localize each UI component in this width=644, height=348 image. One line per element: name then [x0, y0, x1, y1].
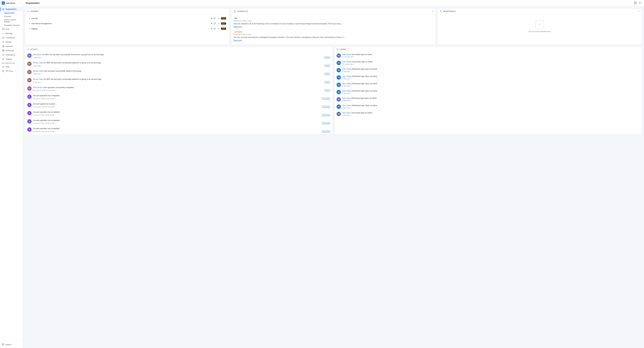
activity-info-icon-7[interactable]: ℹ: [55, 114, 56, 116]
activity-info-icon-0[interactable]: ℹ: [42, 57, 42, 59]
starred-item-0[interactable]: ★ security 💬 ⊕ AWS: [27, 16, 227, 21]
activity-user-link-2[interactable]: Rowan Udell: [33, 70, 43, 72]
sidebar-item-organization[interactable]: Organization: [0, 7, 23, 11]
sidebar-item-help[interactable]: ? Help: [0, 65, 23, 69]
activity-user-link-4[interactable]: Chris Brown: [33, 87, 43, 88]
activity-user-link-0[interactable]: Stax Demo: [33, 54, 42, 56]
login-time-0: 17 minutes ago: [342, 56, 353, 58]
changelog-card-header: 📋 CHANGELOG ↗: [232, 9, 436, 14]
chat-icon-0[interactable]: 💬: [213, 17, 216, 20]
login-content-8: Stax Demo Successful login as Admin 3 da…: [342, 112, 640, 116]
activity-info-icon-1[interactable]: ℹ: [42, 65, 42, 67]
login-text-6: Stax Demo Refreshed login token as Admin: [342, 97, 640, 99]
activity-tag-2[interactable]: Users: [324, 73, 330, 75]
activity-tag-1[interactable]: Users: [324, 65, 330, 67]
starred-item-1[interactable]: ★ stax-demo-management 💬 ⊕ AWS: [27, 21, 227, 26]
link-icon-1[interactable]: ⊕: [217, 22, 220, 25]
login-info-icon-1[interactable]: ℹ: [354, 63, 354, 65]
login-user-link-0[interactable]: Stax Demo: [342, 54, 351, 56]
activity-info-icon-9[interactable]: ℹ: [55, 130, 56, 132]
sidebar-item-organization-label: Organization: [6, 8, 16, 10]
changelog-read-more-0[interactable]: Read more: [234, 26, 434, 28]
activity-tag-3[interactable]: Users: [324, 81, 330, 83]
sidebar-item-notifications[interactable]: Notifications: [0, 53, 23, 57]
sidebar-item-cost[interactable]: Cost: [0, 27, 23, 31]
aws-badge-2[interactable]: AWS: [221, 28, 226, 30]
sidebar-sub-item-scp[interactable]: Service Control Policies: [0, 18, 23, 24]
login-info-icon-8[interactable]: ℹ: [351, 114, 351, 116]
sidebar-item-networks[interactable]: Networks: [0, 44, 23, 49]
changelog-external-link[interactable]: ↗: [432, 10, 434, 13]
activity-info-icon-3[interactable]: ℹ: [42, 81, 42, 83]
login-meta-4: 3 days ago ℹ: [342, 85, 640, 87]
login-time-6: 3 days ago: [342, 100, 350, 101]
login-user-link-1[interactable]: Sam Harley: [342, 61, 352, 63]
sidebar: S stax-demo ‹ Organization Organization …: [0, 0, 23, 348]
maintenance-external-link[interactable]: ↗: [638, 10, 640, 13]
link-icon-2[interactable]: ⊕: [217, 27, 220, 30]
starred-title: STARRED: [30, 11, 38, 12]
login-info-icon-5[interactable]: ℹ: [351, 92, 351, 94]
activity-tag-6[interactable]: Accounts: [322, 106, 330, 108]
sidebar-sub-item-foundation[interactable]: Foundation Services: [0, 24, 23, 27]
sidebar-item-settings[interactable]: Settings: [0, 57, 23, 61]
login-text-5: Sam Harley Refreshed login token as Admi…: [342, 90, 640, 92]
activity-tag-4[interactable]: Users: [324, 89, 330, 91]
login-user-link-8[interactable]: Stax Demo: [342, 112, 351, 114]
workloads-icon: [2, 50, 4, 52]
collapse-sidebar-button[interactable]: ‹: [20, 2, 21, 4]
activity-tag-8[interactable]: Accounts: [322, 122, 330, 124]
activity-time-7: Tue Feb 07 2023 10:26:38 AM: [33, 114, 54, 116]
login-user-link-7[interactable]: Sam Harley: [342, 104, 352, 106]
login-user-link-4[interactable]: Sam Harley: [342, 83, 352, 85]
activity-avatar-3: RU: [27, 78, 32, 82]
login-info-icon-6[interactable]: ℹ: [351, 100, 351, 101]
starred-actions-2: 💬 ⊕ AWS: [211, 27, 226, 30]
sidebar-sub-item-accounts[interactable]: Accounts: [0, 15, 23, 18]
chat-icon-2[interactable]: 💬: [213, 27, 216, 30]
sidebar-item-wastage[interactable]: Wastage: [0, 31, 23, 36]
changelog-read-more-1[interactable]: Read more: [234, 39, 434, 41]
activity-tag-7[interactable]: Accounts: [322, 114, 330, 116]
activity-info-icon-6[interactable]: ℹ: [55, 106, 56, 108]
login-info-icon-2[interactable]: ℹ: [351, 71, 351, 72]
login-user-link-2[interactable]: Sam Harley: [342, 68, 352, 70]
activity-info-icon-2[interactable]: ℹ: [42, 73, 42, 75]
login-avatar-5: SH: [336, 90, 341, 94]
login-user-link-5[interactable]: Sam Harley: [342, 90, 352, 92]
activity-info-icon-8[interactable]: ℹ: [55, 122, 56, 124]
activity-user-link-1[interactable]: Rowan Udell: [33, 62, 43, 64]
chat-icon-1[interactable]: 💬: [213, 22, 216, 25]
login-item-7: SH Sam Harley Refreshed login token as A…: [336, 103, 640, 110]
activity-user-link-3[interactable]: Rowan Udell: [33, 78, 43, 80]
link-icon-0[interactable]: ⊕: [217, 17, 220, 20]
grid-icon[interactable]: [634, 2, 636, 5]
aws-badge-1[interactable]: AWS: [221, 23, 226, 25]
networks-icon: [2, 45, 4, 48]
sidebar-item-identity[interactable]: Identity: [0, 40, 23, 44]
activity-meta-5: Tue Feb 07 2023 10:33:46 AM ℹ Accounts: [33, 97, 330, 100]
activity-tag-9[interactable]: Accounts: [322, 130, 330, 133]
login-user-link-6[interactable]: Stax Demo: [342, 97, 351, 99]
sidebar-item-api-docs[interactable]: API Docs: [0, 69, 23, 73]
activity-info-icon-5[interactable]: ℹ: [55, 98, 56, 99]
sidebar-sub-item-organization[interactable]: Organization: [0, 11, 23, 15]
login-info-icon-3[interactable]: ℹ: [351, 78, 351, 80]
activity-tag-5[interactable]: Accounts: [322, 97, 330, 100]
aws-badge-0[interactable]: AWS: [221, 17, 226, 20]
activity-text-7: Account operation has completed.: [33, 111, 330, 113]
sidebar-item-compliance[interactable]: Compliance: [0, 36, 23, 40]
activity-tag-0[interactable]: Users: [324, 56, 330, 59]
activity-info-icon-4[interactable]: ℹ: [56, 89, 56, 91]
sidebar-item-workloads[interactable]: Workloads: [0, 49, 23, 53]
login-meta-5: 3 days ago ℹ: [342, 92, 640, 94]
topbar-right: [634, 2, 641, 5]
sidebar-item-support[interactable]: Support: [2, 342, 21, 346]
user-profile-icon[interactable]: [638, 2, 641, 5]
star-header-icon: ☆: [27, 10, 29, 13]
login-info-icon-4[interactable]: ℹ: [351, 85, 351, 87]
login-user-link-3[interactable]: Sam Harley: [342, 75, 352, 77]
login-info-icon-0[interactable]: ℹ: [354, 56, 354, 58]
starred-item-2[interactable]: ★ logging 💬 ⊕ AWS: [27, 26, 227, 31]
login-info-icon-7[interactable]: ℹ: [351, 107, 351, 109]
